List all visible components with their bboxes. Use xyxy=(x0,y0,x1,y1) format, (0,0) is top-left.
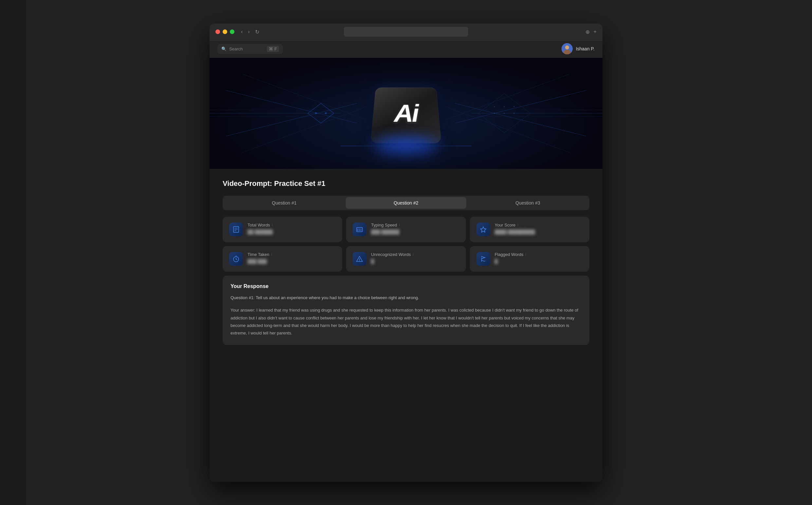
typing-speed-content: Typing Speed i ███ ██████ xyxy=(371,222,459,234)
your-score-icon xyxy=(477,222,490,236)
search-shortcut: ⌘ F xyxy=(267,46,279,52)
svg-point-19 xyxy=(315,112,317,114)
svg-line-14 xyxy=(455,104,586,136)
tab-question-2[interactable]: Question #2 xyxy=(346,197,466,209)
chip-shadow xyxy=(360,133,452,153)
refresh-button[interactable]: ↻ xyxy=(255,29,259,35)
svg-rect-34 xyxy=(357,227,363,232)
svg-line-13 xyxy=(455,90,586,123)
svg-point-22 xyxy=(494,113,495,114)
total-words-label: Total Words i xyxy=(248,222,335,227)
response-title: Your Response xyxy=(231,284,581,289)
titlebar: ‹ › ↻ ⊕ + xyxy=(210,24,602,41)
total-words-value: ██ ██████ xyxy=(248,229,335,234)
tab-question-3[interactable]: Question #3 xyxy=(467,197,588,209)
svg-point-25 xyxy=(494,106,495,107)
unrecognized-words-value: █ xyxy=(371,259,459,264)
svg-point-20 xyxy=(325,112,327,114)
info-icon[interactable]: ⊕ xyxy=(585,29,590,35)
svg-line-7 xyxy=(226,104,357,136)
user-info: Ishaan P. xyxy=(561,43,594,54)
stat-card-your-score: Your Score i ████ █████████ xyxy=(470,217,589,242)
address-bar[interactable] xyxy=(344,27,468,37)
flagged-words-label: Flagged Words i xyxy=(495,252,583,257)
response-question: Question #1: Tell us about an experience… xyxy=(231,295,581,301)
your-score-label: Your Score i xyxy=(495,222,583,227)
total-words-content: Total Words i ██ ██████ xyxy=(248,222,335,234)
nav-controls: ‹ › ↻ xyxy=(241,29,259,35)
flagged-words-icon xyxy=(477,252,490,266)
flagged-words-value: █ xyxy=(495,259,583,264)
minimize-button[interactable] xyxy=(223,29,227,34)
your-score-value: ████ █████████ xyxy=(495,229,583,234)
search-box[interactable]: 🔍 Search ⌘ F xyxy=(218,44,283,54)
svg-rect-36 xyxy=(359,229,360,229)
svg-rect-40 xyxy=(361,230,362,231)
stat-card-time-taken: Time Taken i ███ ███ xyxy=(223,246,342,272)
desktop-background: ‹ › ↻ ⊕ + 🔍 Search ⌘ F xyxy=(0,0,812,505)
unrecognized-words-info[interactable]: i xyxy=(413,252,413,256)
stat-card-typing-speed: Typing Speed i ███ ██████ xyxy=(346,217,465,242)
unrecognized-words-label: Unrecognized Words i xyxy=(371,252,459,257)
username: Ishaan P. xyxy=(576,46,594,51)
traffic-lights xyxy=(216,29,235,34)
back-button[interactable]: ‹ xyxy=(241,29,243,35)
svg-point-46 xyxy=(359,260,360,261)
total-words-info[interactable]: i xyxy=(272,223,272,227)
stat-card-total-words: Total Words i ██ ██████ xyxy=(223,217,342,242)
typing-speed-value: ███ ██████ xyxy=(371,229,459,234)
typing-speed-icon xyxy=(353,222,366,236)
stat-card-unrecognized-words: Unrecognized Words i █ xyxy=(346,246,465,272)
time-taken-content: Time Taken i ███ ███ xyxy=(248,252,335,264)
response-answer: Your answer: I learned that my friend wa… xyxy=(231,306,581,337)
tab-question-1[interactable]: Question #1 xyxy=(224,197,345,209)
tabs-container: Question #1 Question #2 Question #3 xyxy=(223,196,589,210)
svg-line-15 xyxy=(445,74,570,120)
forward-button[interactable]: › xyxy=(248,29,250,35)
response-section: Your Response Question #1: Tell us about… xyxy=(223,276,589,345)
chip-label: Ai xyxy=(394,100,418,128)
your-score-content: Your Score i ████ █████████ xyxy=(495,222,583,234)
new-tab-icon[interactable]: + xyxy=(593,29,596,35)
svg-line-8 xyxy=(242,74,367,120)
titlebar-right-controls: ⊕ + xyxy=(585,29,596,35)
svg-point-1 xyxy=(565,45,569,49)
svg-rect-35 xyxy=(357,229,358,229)
main-window: ‹ › ↻ ⊕ + 🔍 Search ⌘ F xyxy=(210,24,602,482)
flagged-words-content: Flagged Words i █ xyxy=(495,252,583,264)
time-taken-value: ███ ███ xyxy=(248,259,335,264)
page-title: Video-Prompt: Practice Set #1 xyxy=(223,179,589,188)
sidebar-left xyxy=(0,0,26,505)
total-words-icon xyxy=(229,222,243,236)
search-icon: 🔍 xyxy=(221,46,227,51)
main-content: Video-Prompt: Practice Set #1 Question #… xyxy=(210,169,602,482)
svg-point-27 xyxy=(513,106,515,107)
typing-speed-label: Typing Speed i xyxy=(371,222,459,227)
svg-rect-37 xyxy=(361,229,362,229)
maximize-button[interactable] xyxy=(230,29,235,34)
svg-line-43 xyxy=(236,259,237,260)
time-taken-label: Time Taken i xyxy=(248,252,335,257)
unrecognized-words-content: Unrecognized Words i █ xyxy=(371,252,459,264)
toolbar: 🔍 Search ⌘ F Ishaan P. xyxy=(210,41,602,57)
svg-point-26 xyxy=(504,106,505,107)
svg-point-23 xyxy=(504,113,505,114)
svg-line-6 xyxy=(226,90,357,123)
svg-point-24 xyxy=(513,113,515,114)
unrecognized-words-icon xyxy=(353,252,366,266)
avatar xyxy=(561,43,573,54)
close-button[interactable] xyxy=(216,29,220,34)
hero-section: Ai xyxy=(210,57,602,169)
stat-card-flagged-words: Flagged Words i █ xyxy=(470,246,589,272)
time-taken-icon xyxy=(229,252,243,266)
ai-chip: Ai xyxy=(367,80,445,146)
search-label: Search xyxy=(229,46,243,51)
typing-speed-info[interactable]: i xyxy=(399,223,400,227)
flagged-words-info[interactable]: i xyxy=(526,252,526,256)
time-taken-info[interactable]: i xyxy=(271,252,272,256)
svg-rect-39 xyxy=(359,230,360,231)
stats-row-2: Time Taken i ███ ███ xyxy=(223,246,589,272)
stats-row-1: Total Words i ██ ██████ xyxy=(223,217,589,242)
svg-rect-38 xyxy=(357,230,358,231)
your-score-info[interactable]: i xyxy=(518,223,518,227)
